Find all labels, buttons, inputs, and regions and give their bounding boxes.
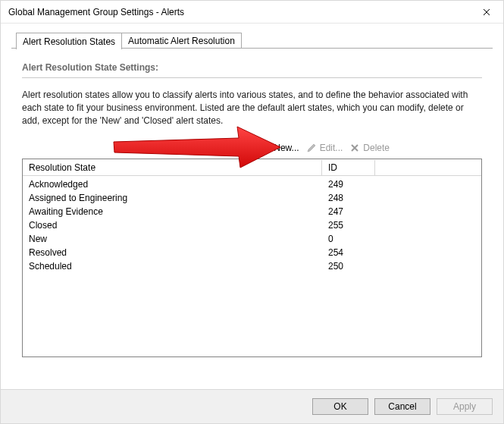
cell-id: 250 bbox=[322, 261, 375, 272]
table-row[interactable]: Scheduled250 bbox=[23, 259, 481, 273]
cell-id: 255 bbox=[322, 220, 375, 231]
cell-state: Awaiting Evidence bbox=[23, 206, 322, 217]
table-row[interactable]: Closed255 bbox=[23, 218, 481, 232]
cell-state: Scheduled bbox=[23, 261, 322, 272]
cell-id: 0 bbox=[322, 234, 375, 244]
delete-icon bbox=[349, 142, 361, 154]
section-description: Alert resolution states allow you to cla… bbox=[22, 78, 482, 127]
cell-state: Assigned to Engineering bbox=[23, 193, 322, 203]
pencil-icon bbox=[305, 142, 318, 154]
grid-header: Resolution State ID bbox=[23, 159, 481, 176]
cell-state: Resolved bbox=[23, 247, 322, 258]
cancel-button[interactable]: Cancel bbox=[374, 398, 430, 415]
tab-label: Automatic Alert Resolution bbox=[128, 36, 235, 46]
new-label: New... bbox=[274, 143, 299, 153]
edit-label: Edit... bbox=[320, 143, 343, 153]
svg-rect-1 bbox=[261, 146, 270, 149]
column-header-id[interactable]: ID bbox=[322, 160, 375, 176]
tab-strip: Alert Resolution States Automatic Alert … bbox=[16, 33, 493, 49]
titlebar: Global Management Group Settings - Alert… bbox=[1, 1, 503, 24]
window-title: Global Management Group Settings - Alert… bbox=[8, 7, 469, 17]
tab-label: Alert Resolution States bbox=[23, 36, 115, 47]
table-row[interactable]: Acknowledged249 bbox=[23, 177, 481, 191]
cell-id: 249 bbox=[322, 179, 375, 190]
states-grid: Resolution State ID Acknowledged249Assig… bbox=[22, 159, 482, 357]
section-title: Alert Resolution State Settings: bbox=[22, 56, 482, 77]
cell-id: 247 bbox=[322, 206, 375, 217]
apply-button[interactable]: Apply bbox=[437, 398, 493, 415]
edit-button[interactable]: Edit... bbox=[305, 142, 343, 154]
client-area: Alert Resolution States Automatic Alert … bbox=[1, 24, 503, 369]
dialog-button-bar: OK Cancel Apply bbox=[1, 389, 503, 423]
tab-automatic-alert-resolution[interactable]: Automatic Alert Resolution bbox=[121, 33, 242, 49]
column-header-state[interactable]: Resolution State bbox=[23, 160, 322, 176]
delete-label: Delete bbox=[363, 143, 390, 153]
new-button[interactable]: New... bbox=[259, 142, 299, 154]
table-row[interactable]: Assigned to Engineering248 bbox=[23, 191, 481, 205]
close-button[interactable] bbox=[469, 1, 503, 24]
cell-id: 254 bbox=[322, 247, 375, 258]
cell-state: Closed bbox=[23, 220, 322, 231]
tab-alert-resolution-states[interactable]: Alert Resolution States bbox=[16, 33, 122, 49]
table-row[interactable]: New0 bbox=[23, 232, 481, 246]
cell-state: Acknowledged bbox=[23, 179, 322, 190]
grid-body: Acknowledged249Assigned to Engineering24… bbox=[23, 176, 481, 273]
cell-id: 248 bbox=[322, 193, 375, 203]
table-row[interactable]: Awaiting Evidence247 bbox=[23, 205, 481, 218]
toolbar: New... Edit... Delete bbox=[22, 127, 482, 159]
close-icon bbox=[483, 8, 490, 16]
cell-state: New bbox=[23, 234, 322, 244]
ok-button[interactable]: OK bbox=[312, 398, 368, 415]
delete-button[interactable]: Delete bbox=[349, 142, 390, 154]
tab-panel: Alert Resolution State Settings: Alert r… bbox=[11, 48, 493, 368]
column-header-spacer bbox=[375, 159, 481, 176]
plus-icon bbox=[259, 142, 271, 154]
table-row[interactable]: Resolved254 bbox=[23, 246, 481, 259]
